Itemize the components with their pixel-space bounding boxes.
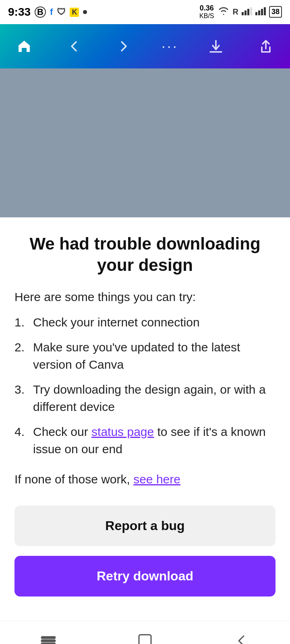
svg-rect-9 <box>41 640 55 642</box>
step-2-text: Make sure you've updated to the latest v… <box>33 339 276 374</box>
battery-indicator: 38 <box>269 6 282 18</box>
speed-indicator: 0.36 KB/S <box>199 4 214 19</box>
status-page-link[interactable]: status page <box>91 425 154 438</box>
share-button[interactable] <box>254 34 278 58</box>
svg-rect-1 <box>244 10 246 15</box>
step-4-before: Check our <box>33 425 91 438</box>
home-button[interactable] <box>12 34 36 58</box>
svg-rect-3 <box>250 7 252 15</box>
notification-dot <box>83 10 87 14</box>
try-label: Here are some things you can try: <box>14 290 276 304</box>
wifi-icon <box>218 6 230 18</box>
notification-icon-b: B <box>35 6 46 18</box>
notification-icon-u: 🛡 <box>57 7 66 17</box>
menu-button[interactable] <box>36 629 60 644</box>
notification-icon-k: K <box>70 8 79 17</box>
back-button[interactable] <box>62 34 86 58</box>
list-item: 2. Make sure you've updated to the lates… <box>14 339 276 374</box>
design-preview <box>0 68 290 217</box>
status-time: 9:33 <box>8 6 31 19</box>
signal-r-icon: R <box>233 7 238 17</box>
error-title: We had trouble downloading your design <box>14 233 276 276</box>
home-nav-button[interactable] <box>133 629 157 644</box>
svg-rect-6 <box>261 9 263 15</box>
svg-rect-11 <box>139 635 151 644</box>
retry-download-button[interactable]: Retry download <box>14 556 276 597</box>
step-3-text: Try downloading the design again, or wit… <box>33 381 276 416</box>
status-left: 9:33 B f 🛡 K <box>8 6 87 19</box>
none-work-text: If none of those work, see here <box>14 473 276 486</box>
report-bug-button[interactable]: Report a bug <box>14 506 276 546</box>
forward-button[interactable] <box>112 34 136 58</box>
list-item: 1. Check your internet connection <box>14 314 276 331</box>
status-right: 0.36 KB/S R <box>199 4 282 19</box>
error-content: We had trouble downloading your design H… <box>0 217 290 621</box>
more-button[interactable]: ··· <box>162 38 178 55</box>
svg-rect-7 <box>264 7 266 15</box>
browser-toolbar: ··· <box>0 24 290 68</box>
signal-bars-1 <box>242 6 252 18</box>
list-item: 3. Try downloading the design again, or … <box>14 381 276 416</box>
svg-rect-4 <box>255 12 257 15</box>
list-item: 4. Check our status page to see if it's … <box>14 423 276 458</box>
bottom-nav <box>0 621 290 644</box>
svg-rect-0 <box>242 12 244 15</box>
step-1-text: Check your internet connection <box>33 314 200 331</box>
step-4-text: Check our status page to see if it's a k… <box>33 423 276 458</box>
svg-rect-8 <box>41 637 55 638</box>
none-work-before: If none of those work, <box>14 473 133 486</box>
signal-bars-2 <box>255 6 266 18</box>
notification-icon-fb: f <box>50 7 53 17</box>
back-nav-button[interactable] <box>230 629 254 644</box>
status-bar: 9:33 B f 🛡 K 0.36 KB/S R <box>0 0 290 24</box>
steps-list: 1. Check your internet connection 2. Mak… <box>14 314 276 458</box>
svg-rect-5 <box>258 10 260 15</box>
svg-rect-2 <box>247 9 249 15</box>
see-here-link[interactable]: see here <box>133 473 180 486</box>
download-button[interactable] <box>204 34 228 58</box>
